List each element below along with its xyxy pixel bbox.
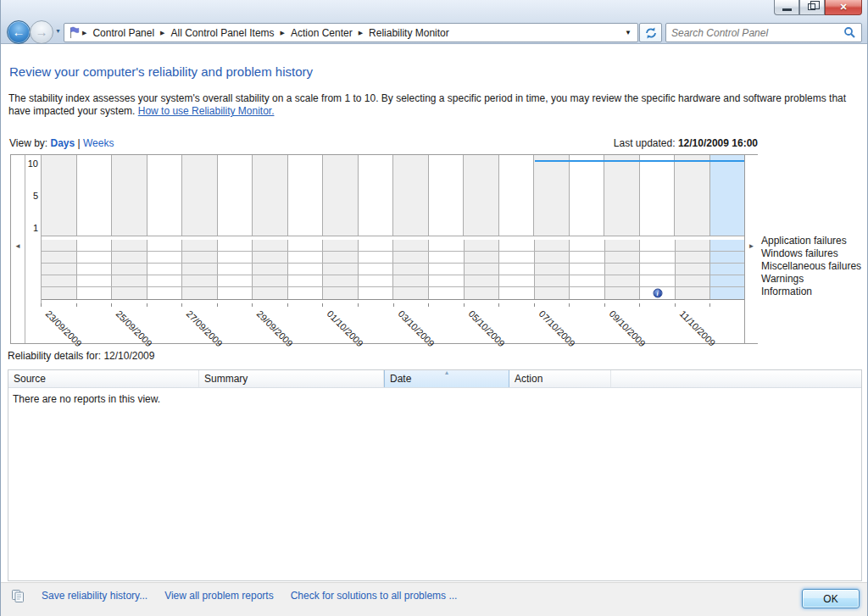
chart-cell[interactable] [218,252,253,263]
chart-cell[interactable] [605,287,641,299]
chart-cell[interactable] [112,240,147,251]
chart-cell[interactable] [323,264,359,275]
chart-cell[interactable] [288,240,324,251]
chart-cell[interactable] [42,264,77,275]
chart-column[interactable] [218,155,253,236]
chart-cell[interactable] [147,275,183,286]
scroll-left-icon[interactable]: ◄ [11,242,25,250]
chart-column[interactable] [429,155,465,236]
chart-cell[interactable] [253,240,288,251]
chart-cell[interactable] [147,252,183,263]
chart-cell[interactable] [535,240,570,251]
chart-cell[interactable] [710,252,745,263]
chart-cell[interactable] [710,264,745,275]
chart-column[interactable] [288,155,324,236]
chart-cell[interactable] [570,264,605,275]
chart-cell[interactable] [393,275,429,286]
chart-column[interactable] [182,155,218,236]
chart-cell[interactable] [570,240,605,251]
chart-cell[interactable] [218,287,253,299]
chart-column[interactable] [147,155,183,236]
chart-cell[interactable] [393,287,429,299]
scroll-right-icon[interactable]: ► [745,242,758,250]
help-link[interactable]: How to use Reliability Monitor. [138,105,275,117]
chart-cell[interactable] [288,252,324,263]
footer-link-1[interactable]: Save reliability history... [42,590,147,602]
chart-cell[interactable] [359,240,394,251]
chart-cell[interactable] [253,287,288,299]
chart-cell[interactable] [535,287,570,299]
recent-pages-chevron-icon[interactable]: ▼ [55,28,61,34]
chart-cell[interactable] [429,287,465,299]
chart-cell[interactable] [77,252,113,263]
chart-column[interactable] [77,155,113,236]
column-header-date[interactable]: Date▴ [384,370,509,387]
chart-cell[interactable] [465,240,500,251]
chart-cell[interactable] [710,240,745,251]
breadcrumb-item[interactable]: Reliability Monitor [365,27,453,39]
maximize-button[interactable] [799,0,825,15]
chart-cell[interactable] [42,287,77,299]
chart-cell[interactable] [112,275,147,286]
chart-cell[interactable] [393,240,429,251]
close-button[interactable]: ✕ [825,0,862,15]
search-icon[interactable] [843,26,856,39]
chart-cell[interactable] [288,287,324,299]
chart-cell[interactable] [42,252,77,263]
chart-cell[interactable] [253,264,288,275]
chart-cell[interactable] [147,240,183,251]
chart-column[interactable] [499,155,535,236]
chart-cell[interactable] [359,287,394,299]
chart-cell[interactable] [323,240,359,251]
chart-column[interactable] [253,155,288,236]
chart-cell[interactable] [147,287,183,299]
chart-cell[interactable] [77,240,113,251]
breadcrumb-item[interactable]: All Control Panel Items [168,27,278,39]
ok-button[interactable]: OK [802,589,860,608]
chart-cell[interactable] [182,287,218,299]
chart-cell[interactable] [218,240,253,251]
chart-cell[interactable]: i [640,287,676,299]
chart-cell[interactable] [465,287,500,299]
chart-cell[interactable] [429,252,465,263]
chart-cell[interactable] [393,252,429,263]
chart-cell[interactable] [42,275,77,286]
chart-cell[interactable] [570,287,605,299]
back-button[interactable]: ← [7,20,31,44]
chart-cell[interactable] [676,264,711,275]
chart-cell[interactable] [323,252,359,263]
chart-cell[interactable] [359,252,394,263]
chart-column[interactable] [323,155,359,236]
chart-cell[interactable] [605,252,641,263]
chart-cell[interactable] [112,252,147,263]
chart-cell[interactable] [535,275,570,286]
chart-cell[interactable] [640,275,676,286]
chart-column[interactable] [640,155,676,236]
chart-cell[interactable] [147,264,183,275]
chart-cell[interactable] [676,275,711,286]
chart-cell[interactable] [499,252,535,263]
chart-cell[interactable] [676,252,711,263]
chart-cell[interactable] [640,264,676,275]
chart-cell[interactable] [465,264,500,275]
chart-cell[interactable] [535,264,570,275]
column-header-source[interactable]: Source [8,370,199,387]
chart-cell[interactable] [465,252,500,263]
chart-column[interactable] [534,155,570,236]
chart-cell[interactable] [640,240,676,251]
chart-cell[interactable] [676,240,711,251]
chart-column[interactable] [112,155,147,236]
chart-cell[interactable] [112,287,147,299]
chart-cell[interactable] [393,264,429,275]
chart-cell[interactable] [499,287,535,299]
chart-cell[interactable] [182,252,218,263]
chart-cell[interactable] [605,240,641,251]
chart-cell[interactable] [323,287,359,299]
chart-cell[interactable] [570,275,605,286]
address-bar[interactable]: ▶Control Panel▶All Control Panel Items▶A… [64,23,638,42]
chart-cell[interactable] [77,264,113,275]
chart-cell[interactable] [605,275,641,286]
chart-cell[interactable] [112,264,147,275]
chart-cell[interactable] [605,264,641,275]
chart-cell[interactable] [499,275,535,286]
